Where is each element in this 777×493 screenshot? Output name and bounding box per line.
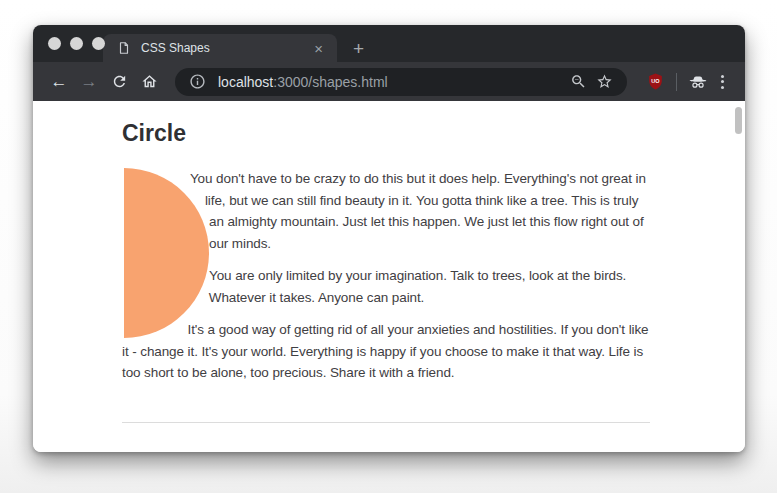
zoom-level-button[interactable]	[567, 71, 589, 93]
page-title: Circle	[122, 121, 650, 146]
address-bar[interactable]: localhost:3000/shapes.html	[175, 68, 627, 96]
kebab-dot	[721, 86, 724, 89]
url-text: localhost:3000/shapes.html	[218, 74, 565, 90]
page-favicon-icon	[117, 41, 131, 55]
window-controls	[48, 25, 105, 62]
tab-close-button[interactable]: ×	[310, 39, 327, 58]
paragraph-3: It's a good way of getting rid of all yo…	[122, 319, 650, 384]
forward-button[interactable]: →	[77, 70, 101, 94]
reload-icon	[111, 73, 128, 90]
browser-toolbar: ← → localhost:3000/shapes.html	[33, 62, 745, 101]
info-icon	[189, 73, 206, 90]
toolbar-separator	[676, 73, 677, 91]
demo-text-block: You don't have to be crazy to do this bu…	[122, 168, 650, 384]
tab-css-shapes[interactable]: CSS Shapes ×	[103, 34, 337, 62]
tab-title: CSS Shapes	[141, 41, 310, 55]
kebab-dot	[721, 75, 724, 78]
page-viewport: Circle You don't have to be crazy to do …	[33, 101, 745, 452]
url-host: localhost	[218, 74, 273, 90]
window-minimize-button[interactable]	[70, 37, 83, 50]
star-icon	[596, 73, 613, 90]
home-icon	[141, 73, 158, 90]
ublock-shield-icon: UO	[646, 72, 665, 91]
bookmark-button[interactable]	[593, 71, 615, 93]
window-close-button[interactable]	[48, 37, 61, 50]
site-info-button[interactable]	[186, 71, 208, 93]
tab-strip: CSS Shapes × +	[33, 25, 745, 62]
browser-window: CSS Shapes × + ← → localhost:3000/shapes…	[33, 25, 745, 452]
home-button[interactable]	[137, 70, 161, 94]
new-tab-button[interactable]: +	[353, 39, 364, 58]
vertical-scrollbar-thumb[interactable]	[735, 107, 742, 134]
window-maximize-button[interactable]	[92, 37, 105, 50]
ublock-badge-text: UO	[651, 78, 660, 84]
back-button[interactable]: ←	[47, 70, 71, 94]
zoom-out-icon	[570, 73, 587, 90]
page-content: Circle You don't have to be crazy to do …	[122, 101, 650, 423]
url-path: :3000/shapes.html	[273, 74, 387, 90]
incognito-icon	[686, 70, 710, 94]
ublock-extension-button[interactable]: UO	[643, 70, 667, 94]
browser-menu-button[interactable]	[710, 70, 734, 94]
section-divider	[122, 422, 650, 423]
kebab-dot	[721, 80, 724, 83]
reload-button[interactable]	[107, 70, 131, 94]
